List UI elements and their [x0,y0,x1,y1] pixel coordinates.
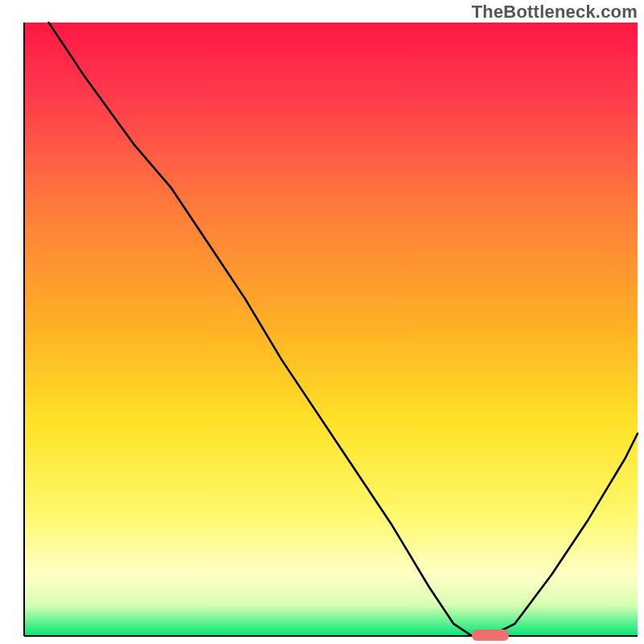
plot-svg [0,0,644,644]
gradient-background [24,23,638,636]
chart-canvas: TheBottleneck.com [0,0,644,644]
highlight-marker [472,630,509,641]
